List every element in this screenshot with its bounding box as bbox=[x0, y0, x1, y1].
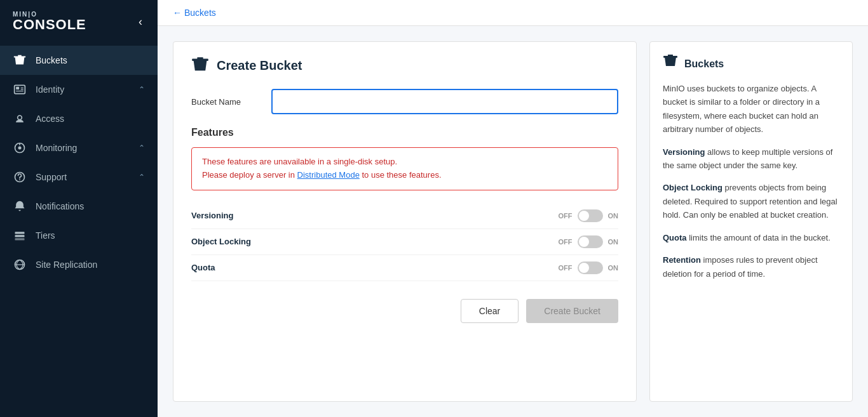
object-locking-knob bbox=[579, 237, 589, 247]
features-title: Features bbox=[191, 127, 618, 138]
info-panel-title: Buckets bbox=[684, 56, 724, 72]
object-locking-toggle[interactable] bbox=[578, 235, 603, 248]
access-icon bbox=[13, 112, 27, 126]
sidebar: MIN|O CONSOLE ‹ Buckets bbox=[0, 0, 158, 417]
support-icon bbox=[13, 170, 27, 184]
svg-rect-17 bbox=[197, 57, 203, 59]
create-bucket-button[interactable]: Create Bucket bbox=[526, 299, 618, 323]
sidebar-site-replication-label: Site Replication bbox=[36, 260, 145, 270]
versioning-label: Versioning bbox=[191, 211, 559, 220]
versioning-row: Versioning OFF ON bbox=[191, 203, 618, 229]
form-title: Create Bucket bbox=[191, 57, 618, 74]
support-arrow: ⌃ bbox=[139, 173, 145, 182]
quota-toggle-group: OFF ON bbox=[559, 261, 619, 274]
form-title-text: Create Bucket bbox=[217, 58, 302, 73]
object-locking-row: Object Locking OFF ON bbox=[191, 229, 618, 255]
quota-on-label: ON bbox=[608, 264, 619, 272]
bucket-name-label: Bucket Name bbox=[191, 97, 261, 107]
top-bar: ← Buckets bbox=[158, 0, 868, 26]
sidebar-item-buckets[interactable]: Buckets bbox=[0, 46, 158, 75]
monitoring-icon bbox=[13, 141, 27, 155]
sidebar-item-monitoring[interactable]: Monitoring ⌃ bbox=[0, 133, 158, 162]
versioning-toggle-group: OFF ON bbox=[559, 209, 619, 222]
versioning-knob bbox=[579, 211, 589, 221]
versioning-on-label: ON bbox=[608, 212, 619, 220]
info-p1-text: MinIO uses buckets to organize objects. … bbox=[663, 84, 820, 134]
back-label: Buckets bbox=[184, 8, 216, 18]
info-versioning-keyword: Versioning bbox=[663, 147, 705, 157]
notifications-icon bbox=[13, 199, 27, 213]
sidebar-item-identity[interactable]: Identity ⌃ bbox=[0, 75, 158, 104]
info-quota-rest: limits the amount of data in the bucket. bbox=[687, 233, 831, 242]
object-locking-label: Object Locking bbox=[191, 237, 559, 246]
collapse-button[interactable]: ‹ bbox=[136, 13, 145, 31]
site-replication-icon bbox=[13, 258, 27, 272]
sidebar-item-support[interactable]: Support ⌃ bbox=[0, 162, 158, 192]
form-bucket-icon bbox=[191, 57, 209, 74]
sidebar-item-tiers[interactable]: Tiers bbox=[0, 221, 158, 250]
sidebar-logo: MIN|O CONSOLE ‹ bbox=[0, 0, 158, 41]
svg-rect-1 bbox=[16, 87, 19, 89]
sidebar-buckets-label: Buckets bbox=[36, 55, 145, 65]
logo: MIN|O CONSOLE bbox=[13, 11, 86, 32]
sidebar-access-label: Access bbox=[36, 114, 145, 124]
sidebar-item-notifications[interactable]: Notifications bbox=[0, 192, 158, 221]
svg-rect-13 bbox=[15, 238, 25, 240]
sidebar-identity-label: Identity bbox=[36, 84, 130, 95]
identity-arrow: ⌃ bbox=[139, 85, 145, 94]
form-panel: Create Bucket Bucket Name Features These… bbox=[173, 41, 637, 402]
info-panel: Buckets MinIO uses buckets to organize o… bbox=[649, 41, 853, 402]
object-locking-toggle-group: OFF ON bbox=[559, 235, 619, 248]
info-p1: MinIO uses buckets to organize objects. … bbox=[663, 82, 839, 136]
monitoring-arrow: ⌃ bbox=[139, 143, 145, 152]
warning-line1: These features are unavailable in a sing… bbox=[202, 156, 607, 169]
quota-off-label: OFF bbox=[559, 264, 573, 272]
info-panel-header: Buckets bbox=[663, 55, 839, 73]
page-content: Create Bucket Bucket Name Features These… bbox=[158, 26, 868, 417]
object-locking-off-label: OFF bbox=[559, 238, 573, 246]
identity-icon bbox=[13, 83, 27, 96]
svg-point-5 bbox=[18, 116, 22, 120]
buckets-icon bbox=[13, 53, 27, 67]
sidebar-notifications-label: Notifications bbox=[36, 201, 145, 211]
svg-point-10 bbox=[19, 179, 20, 180]
info-p5: Retention imposes rules to prevent objec… bbox=[663, 253, 839, 281]
main-content: ← Buckets Create Bucket Bucket Name bbox=[158, 0, 868, 417]
logo-console: CONSOLE bbox=[13, 18, 86, 32]
info-bucket-icon bbox=[663, 55, 678, 73]
bucket-name-row: Bucket Name bbox=[191, 89, 618, 114]
svg-rect-19 bbox=[668, 55, 673, 56]
tiers-icon bbox=[13, 228, 27, 242]
back-button[interactable]: ← Buckets bbox=[173, 8, 216, 18]
quota-toggle[interactable] bbox=[578, 261, 603, 274]
svg-rect-0 bbox=[15, 85, 25, 93]
warning-line2: Please deploy a server in Distributed Mo… bbox=[202, 169, 607, 182]
versioning-off-label: OFF bbox=[559, 212, 573, 220]
quota-label: Quota bbox=[191, 263, 559, 272]
sidebar-tiers-label: Tiers bbox=[36, 230, 145, 241]
svg-point-7 bbox=[18, 147, 22, 150]
svg-rect-12 bbox=[15, 235, 25, 237]
bucket-name-input[interactable] bbox=[271, 89, 618, 114]
info-locking-keyword: Object Locking bbox=[663, 183, 722, 192]
info-retention-keyword: Retention bbox=[663, 255, 701, 265]
clear-button[interactable]: Clear bbox=[461, 299, 519, 323]
sidebar-item-access[interactable]: Access bbox=[0, 104, 158, 133]
sidebar-support-label: Support bbox=[36, 172, 130, 182]
quota-knob bbox=[579, 263, 589, 273]
button-row: Clear Create Bucket bbox=[191, 299, 618, 323]
warning-box: These features are unavailable in a sing… bbox=[191, 147, 618, 190]
sidebar-nav: Buckets Identity ⌃ bbox=[0, 41, 158, 417]
back-arrow: ← bbox=[173, 8, 182, 18]
info-p3: Object Locking prevents objects from bei… bbox=[663, 181, 839, 222]
distributed-mode-link[interactable]: Distributed Mode bbox=[297, 170, 360, 180]
sidebar-item-site-replication[interactable]: Site Replication bbox=[0, 250, 158, 279]
object-locking-on-label: ON bbox=[608, 238, 619, 246]
info-quota-keyword: Quota bbox=[663, 233, 687, 242]
versioning-toggle[interactable] bbox=[578, 209, 603, 222]
sidebar-monitoring-label: Monitoring bbox=[36, 143, 130, 153]
svg-rect-11 bbox=[15, 232, 25, 234]
info-p4: Quota limits the amount of data in the b… bbox=[663, 231, 839, 244]
info-p2: Versioning allows to keep multiple versi… bbox=[663, 145, 839, 173]
quota-row: Quota OFF ON bbox=[191, 255, 618, 281]
